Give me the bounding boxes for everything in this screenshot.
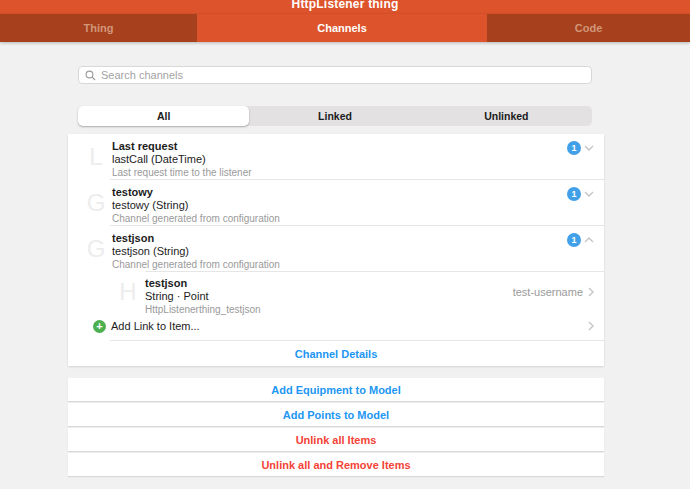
tab-thing-label: Thing — [84, 22, 114, 34]
channel-placeholder-icon: G — [80, 180, 112, 225]
linked-item-name: HttpListenerthing_testjson — [145, 303, 513, 316]
channel-id: lastCall (DateTime) — [112, 153, 567, 166]
linked-item-title: testjson — [145, 276, 513, 290]
channel-row-accessory: 1 — [567, 233, 604, 247]
item-placeholder-icon: H — [113, 272, 143, 312]
linked-item-text: testjson String · Point HttpListenerthin… — [145, 272, 513, 312]
channel-placeholder-icon: L — [80, 134, 112, 179]
channel-row-accessory: 1 — [567, 141, 604, 155]
channel-placeholder-icon: G — [80, 226, 112, 271]
search-bar — [78, 66, 592, 84]
linked-count-badge: 1 — [567, 233, 581, 247]
filter-segmented-control: All Linked Unlinked — [78, 106, 592, 126]
unlink-remove-label: Unlink all and Remove Items — [261, 459, 410, 471]
add-equipment-label: Add Equipment to Model — [271, 384, 401, 396]
add-link-to-item-button[interactable]: + Add Link to Item... — [68, 312, 604, 340]
channel-list: L Last request lastCall (DateTime) Last … — [68, 134, 604, 366]
channel-row-accessory: 1 — [567, 187, 604, 201]
channel-row-lastcall[interactable]: L Last request lastCall (DateTime) Last … — [68, 134, 604, 179]
linked-item-value: test-username — [513, 286, 583, 298]
search-icon — [85, 70, 96, 81]
channel-description: Channel generated from configuration — [112, 258, 567, 271]
add-link-accessory — [588, 321, 604, 331]
tab-thing[interactable]: Thing — [0, 14, 197, 42]
tab-code[interactable]: Code — [487, 14, 690, 42]
unlink-all-and-remove-button[interactable]: Unlink all and Remove Items — [68, 453, 604, 476]
tab-bar: Thing Channels Code — [0, 14, 690, 42]
linked-item-row[interactable]: H testjson String · Point HttpListenerth… — [68, 272, 604, 312]
title-bar: HttpListener thing — [0, 0, 690, 14]
tab-channels[interactable]: Channels — [197, 14, 487, 42]
channel-id: testowy (String) — [112, 199, 567, 212]
page-title: HttpListener thing — [0, 0, 690, 11]
tab-channels-label: Channels — [317, 22, 367, 34]
channel-description: Last request time to the listener — [112, 166, 567, 179]
chevron-right-icon — [588, 321, 594, 331]
channel-row-testowy[interactable]: G testowy testowy (String) Channel gener… — [68, 180, 604, 225]
add-link-label: Add Link to Item... — [111, 320, 588, 332]
linked-item-type: String · Point — [145, 290, 513, 303]
channel-title: testjson — [112, 231, 567, 245]
linked-count-badge: 1 — [567, 187, 581, 201]
model-actions: Add Equipment to Model Add Points to Mod… — [0, 378, 690, 476]
channel-text: testjson testjson (String) Channel gener… — [112, 226, 567, 271]
channel-title: Last request — [112, 139, 567, 153]
filter-unlinked-label: Unlinked — [484, 110, 528, 122]
unlink-all-label: Unlink all Items — [296, 434, 377, 446]
channel-details-label: Channel Details — [295, 348, 378, 360]
add-points-to-model-button[interactable]: Add Points to Model — [68, 403, 604, 426]
app-window: HttpListener thing Thing Channels Code A… — [0, 0, 690, 489]
filter-linked[interactable]: Linked — [249, 106, 420, 126]
chevron-down-icon[interactable] — [584, 145, 594, 151]
linked-count-badge: 1 — [567, 141, 581, 155]
unlink-all-items-button[interactable]: Unlink all Items — [68, 428, 604, 451]
filter-all[interactable]: All — [78, 106, 249, 126]
search-input[interactable] — [101, 67, 585, 83]
channel-id: testjson (String) — [112, 245, 567, 258]
add-points-label: Add Points to Model — [283, 409, 389, 421]
chevron-right-icon — [588, 287, 594, 297]
channels-page: All Linked Unlinked L Last request lastC… — [0, 42, 690, 476]
channel-description: Channel generated from configuration — [112, 212, 567, 225]
filter-linked-label: Linked — [318, 110, 352, 122]
channel-text: testowy testowy (String) Channel generat… — [112, 180, 567, 225]
channel-details-button[interactable]: Channel Details — [68, 341, 604, 366]
channel-row-testjson[interactable]: G testjson testjson (String) Channel gen… — [68, 226, 604, 271]
channel-title: testowy — [112, 185, 567, 199]
tab-code-label: Code — [575, 22, 603, 34]
chevron-up-icon[interactable] — [584, 237, 594, 243]
linked-item-accessory: test-username — [513, 286, 604, 298]
filter-unlinked[interactable]: Unlinked — [421, 106, 592, 126]
plus-icon: + — [93, 320, 106, 333]
add-equipment-to-model-button[interactable]: Add Equipment to Model — [68, 378, 604, 401]
chevron-down-icon[interactable] — [584, 191, 594, 197]
channel-text: Last request lastCall (DateTime) Last re… — [112, 134, 567, 179]
filter-all-label: All — [157, 110, 170, 122]
